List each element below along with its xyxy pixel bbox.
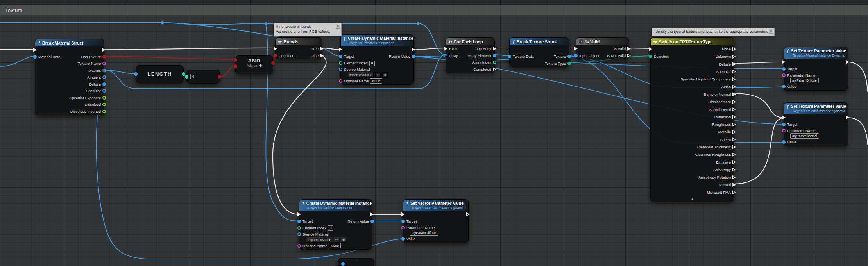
pin-texture-type[interactable] xyxy=(567,62,571,65)
exec-in-pin[interactable] xyxy=(33,48,37,52)
parameter-name-box[interactable]: myParamDiffuse xyxy=(410,230,438,236)
pin-label: Element Index xyxy=(302,226,326,230)
pin-target[interactable] xyxy=(297,220,301,223)
pin-value[interactable] xyxy=(782,85,786,88)
exec-in-pin[interactable] xyxy=(401,212,405,216)
pin-textures-array[interactable] xyxy=(102,69,106,72)
node-set-texture-parameter-value-2[interactable]: ƒ Set Texture Parameter Value Target is … xyxy=(784,102,848,146)
exec-in-pin[interactable] xyxy=(574,47,578,51)
pin-source-material[interactable] xyxy=(339,68,342,71)
browse-icon[interactable]: ◉ xyxy=(341,237,346,243)
pin-selection[interactable] xyxy=(649,55,652,58)
tooltip-text: Identify the type of texture and load it… xyxy=(655,29,767,34)
pin-array-in[interactable] xyxy=(134,72,138,76)
pin-label: Material Data xyxy=(38,55,61,59)
exec-in-pin[interactable] xyxy=(339,48,342,52)
pin-dissolved-inverted[interactable] xyxy=(102,110,106,113)
node-subtitle: Target is Material Instance Dynamic xyxy=(792,109,845,113)
pin-label: Array Index xyxy=(472,60,491,64)
node-create-dynamic-material-instance-2[interactable]: ƒ Create Dynamic Material Instance Targe… xyxy=(299,199,372,250)
pin-label: Specular Exponent xyxy=(70,96,101,100)
pin-return-value[interactable] xyxy=(412,55,415,58)
node-break-texture-struct[interactable]: ƒ Break Texture Struct Texture Data Text… xyxy=(509,37,569,67)
pin-element-index[interactable] xyxy=(297,226,301,230)
close-icon[interactable]: ✕ xyxy=(336,24,340,29)
blueprint-canvas[interactable]: Texture xyxy=(0,0,868,266)
use-asset-icon[interactable]: ↩ xyxy=(334,237,339,243)
pin-input-object[interactable] xyxy=(574,54,578,57)
close-icon[interactable]: ✕ xyxy=(769,29,773,34)
pin-label: Clearcoat Roughness xyxy=(695,152,731,157)
optional-name-box[interactable]: None xyxy=(329,243,340,248)
node-create-dynamic-material-instance-1[interactable]: ƒ Create Dynamic Material Instance Targe… xyxy=(340,34,414,85)
node-set-texture-parameter-value-1[interactable]: ƒ Set Texture Parameter Value Target is … xyxy=(784,47,848,91)
pin-has-texture[interactable] xyxy=(102,55,106,59)
reroute-node[interactable] xyxy=(417,22,419,25)
exec-in-pin[interactable] xyxy=(782,60,786,64)
node-is-valid[interactable]: ? Is Valid Is Valid Input Object Is Not … xyxy=(576,37,629,59)
pin-value[interactable] xyxy=(401,237,405,241)
pin-target[interactable] xyxy=(401,220,405,223)
element-index-box[interactable]: 0 xyxy=(328,225,334,231)
pin-material-data[interactable] xyxy=(33,55,37,59)
exec-in-pin[interactable] xyxy=(274,47,277,51)
source-material-dropdown[interactable]: importTexMat ▾ xyxy=(347,72,374,78)
exec-in-pin[interactable] xyxy=(297,212,301,216)
value-box[interactable]: 0 xyxy=(190,74,196,79)
node-break-material-struct[interactable]: ƒ Break Material Struct Material Data Ha… xyxy=(35,39,104,115)
pin-value[interactable] xyxy=(782,140,786,144)
pin-label: Value xyxy=(787,84,796,89)
pin-condition[interactable] xyxy=(274,54,277,57)
pin-return-value[interactable] xyxy=(370,220,374,223)
pin-parameter-name[interactable] xyxy=(401,226,405,229)
node-set-vector-parameter-value[interactable]: ƒ Set Vector Parameter Value Target is M… xyxy=(403,199,469,243)
node-title: Create Dynamic Material Instance xyxy=(348,36,413,41)
add-pin-expander[interactable]: ▲ xyxy=(651,196,734,202)
use-asset-icon[interactable]: ↩ xyxy=(375,72,381,78)
pin-array-in[interactable] xyxy=(444,54,447,57)
node-and[interactable]: AND Add pin ✚ xyxy=(235,55,273,74)
pin-parameter-name[interactable] xyxy=(782,73,786,77)
node-switch-on-ertitexturetype[interactable]: ⇉ Switch on ERTITextureType None Selecti… xyxy=(650,37,734,202)
node-header: ? Is Valid xyxy=(576,38,629,45)
pin-optional-name[interactable] xyxy=(297,244,301,248)
pin-array-element[interactable] xyxy=(493,54,496,57)
partial-node[interactable] xyxy=(338,258,374,266)
node-array-length[interactable]: LENGTH xyxy=(136,65,184,83)
pin-a-in[interactable] xyxy=(185,75,188,79)
pin-length-out[interactable] xyxy=(182,72,185,76)
pin-optional-name[interactable] xyxy=(339,79,342,83)
pin-texture-data[interactable] xyxy=(508,55,511,58)
source-material-dropdown[interactable]: importTexMat ▾ xyxy=(306,237,332,243)
reroute-node[interactable] xyxy=(265,22,267,25)
pin-and-out[interactable] xyxy=(271,61,275,65)
pin-target[interactable] xyxy=(782,67,786,71)
pin-partial[interactable] xyxy=(341,262,345,266)
pin-target[interactable] xyxy=(339,55,342,58)
switch-icon: ⇉ xyxy=(653,39,657,44)
element-index-box[interactable]: 0 xyxy=(369,61,375,66)
pin-parameter-name[interactable] xyxy=(782,129,786,132)
exec-in-pin[interactable] xyxy=(649,47,652,51)
exec-in-pin[interactable] xyxy=(444,47,447,51)
pin-element-index[interactable] xyxy=(339,61,342,65)
exec-in-pin[interactable] xyxy=(782,116,786,120)
pin-label: Specular Highlight Component xyxy=(680,77,731,81)
parameter-name-box[interactable]: myParamNormal xyxy=(790,133,819,139)
add-pin-button[interactable]: Add pin ✚ xyxy=(236,64,273,68)
optional-name-box[interactable]: None xyxy=(370,78,382,84)
pin-result-out[interactable] xyxy=(218,75,221,79)
pin-diffuse[interactable] xyxy=(102,82,106,86)
pin-specular-exponent[interactable] xyxy=(102,96,106,100)
node-branch[interactable]: ⇄ Branch True Condition False xyxy=(275,37,322,59)
pin-source-material[interactable] xyxy=(297,232,301,236)
pin-and-in-a[interactable] xyxy=(234,58,237,62)
node-for-each-loop[interactable]: ↻ For Each Loop Exec Loop Body Array Arr… xyxy=(446,37,495,73)
pin-target[interactable] xyxy=(782,123,786,126)
pin-and-in-b[interactable] xyxy=(234,64,237,68)
comment-title-bar[interactable]: Texture xyxy=(0,5,868,15)
node-greater[interactable]: 0 xyxy=(186,70,220,84)
reroute-node[interactable] xyxy=(161,21,164,24)
browse-icon[interactable]: ◉ xyxy=(382,72,388,78)
parameter-name-box[interactable]: myParamDiffuse xyxy=(790,78,819,83)
